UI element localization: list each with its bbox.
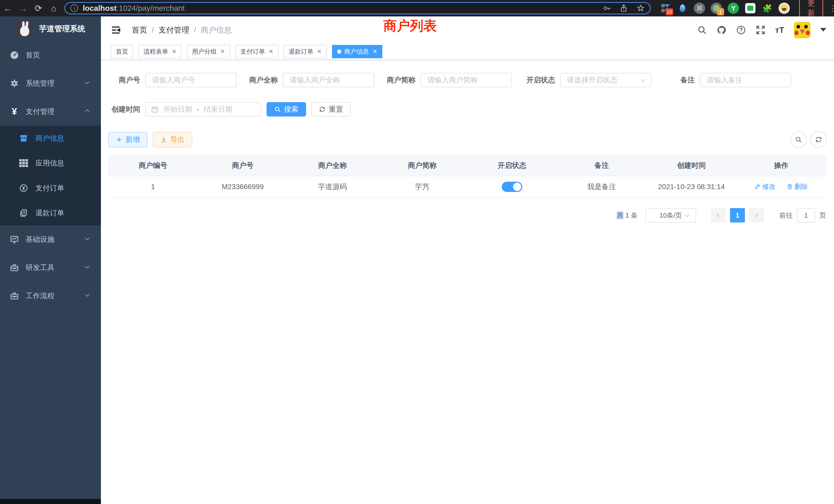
tab-home[interactable]: 首页 (111, 45, 133, 58)
prev-page-button[interactable] (711, 208, 726, 223)
browser-reload-icon[interactable]: ⟳ (31, 3, 46, 13)
bookmark-star-icon[interactable] (637, 4, 645, 12)
short-name-input[interactable] (421, 73, 512, 87)
page-size-select[interactable]: 10条/页 (645, 208, 696, 223)
font-size-icon[interactable]: ᴛT (775, 25, 784, 35)
export-button[interactable]: 导出 (153, 132, 192, 147)
sidebar-item-label: 工作流程 (26, 291, 54, 301)
column-header: 商户编号 (108, 155, 198, 176)
sidebar-item-pay-order[interactable]: 支付订单 (0, 176, 101, 201)
remark-input[interactable] (700, 73, 791, 87)
sidebar-item-home[interactable]: 首页 (0, 41, 101, 69)
app-logo[interactable]: 芋道管理系统 (0, 17, 101, 41)
refresh-table-button[interactable] (810, 131, 827, 148)
reset-button[interactable]: 重置 (311, 102, 351, 116)
help-icon[interactable] (736, 25, 746, 35)
payment-submenu: 商户信息 应用信息 支付订单 退款订单 (0, 126, 101, 225)
breadcrumb-payment[interactable]: 支付管理 (158, 25, 189, 36)
status-label: 开启状态 (526, 75, 555, 85)
breadcrumb-home[interactable]: 首页 (132, 25, 147, 36)
password-key-icon[interactable] (602, 4, 611, 12)
total-prefix: 共 (617, 211, 623, 219)
user-avatar[interactable] (794, 22, 810, 38)
merchant-no-input[interactable] (145, 73, 237, 87)
full-name-input[interactable] (283, 73, 374, 87)
total-count: 1 (625, 211, 629, 219)
tab-label: 首页 (116, 47, 128, 56)
full-name-label: 商户全称 (249, 75, 278, 85)
tab-refund-order[interactable]: 退款订单✕ (284, 45, 327, 58)
browser-forward-icon[interactable]: → (16, 3, 31, 13)
sidebar-item-refund-order[interactable]: 退款订单 (0, 201, 101, 225)
delete-link[interactable]: 删除 (787, 182, 808, 191)
share-icon[interactable] (620, 4, 628, 12)
date-start-placeholder[interactable]: 开始日期 (163, 105, 192, 114)
page-number-1[interactable]: 1 (730, 208, 745, 223)
browser-home-icon[interactable]: ⌂ (46, 3, 61, 13)
navbar-actions: ᴛT (697, 22, 826, 38)
table-toolbar: 新增 导出 (108, 131, 827, 148)
tab-pay-order[interactable]: 支付订单✕ (235, 45, 278, 58)
chevron-down-icon (84, 235, 91, 244)
browser-back-icon[interactable]: ← (0, 3, 16, 13)
sidebar-item-workflow[interactable]: 工作流程 (0, 282, 101, 310)
search-button[interactable]: 搜索 (266, 102, 306, 116)
date-separator: - (197, 105, 199, 113)
column-header: 商户简称 (377, 155, 467, 176)
cell-actions: 修改 删除 (737, 176, 826, 198)
sidebar-item-infra[interactable]: 基础设施 (0, 225, 101, 254)
extension-grid-icon[interactable]: 10 (660, 3, 671, 14)
next-page-button[interactable] (749, 208, 764, 223)
profile-emoji-icon[interactable] (778, 3, 790, 14)
close-icon[interactable]: ✕ (373, 48, 377, 55)
sidebar-item-merchant-info[interactable]: 商户信息 (0, 126, 101, 151)
sidebar-item-app-info[interactable]: 应用信息 (0, 151, 101, 176)
address-bar[interactable]: i localhost:1024/pay/merchant (64, 2, 651, 14)
avatar-caret-icon[interactable] (820, 28, 826, 35)
tab-user-group[interactable]: 用户分组✕ (187, 45, 230, 58)
show-search-toggle-button[interactable] (790, 131, 807, 148)
site-info-icon[interactable]: i (70, 4, 78, 12)
documents-icon (19, 209, 29, 217)
create-time-label: 创建时间 (108, 105, 140, 114)
github-icon[interactable] (717, 25, 726, 35)
tab-process-form[interactable]: 流程表单✕ (138, 45, 181, 58)
extension-dot-icon[interactable]: 1 (711, 3, 722, 14)
close-icon[interactable]: ✕ (317, 48, 322, 55)
fullscreen-icon[interactable] (756, 25, 765, 35)
sidebar-item-payment[interactable]: ¥ 支付管理 (0, 97, 101, 126)
status-select-input[interactable] (560, 73, 652, 87)
cell-full-name: 芋道源码 (288, 176, 377, 198)
close-icon[interactable]: ✕ (269, 48, 273, 55)
search-icon[interactable] (697, 25, 707, 35)
extensions-puzzle-icon[interactable]: 🧩 (762, 3, 773, 14)
extension-y-icon[interactable]: Y (728, 3, 739, 14)
sidebar-item-label: 系统管理 (26, 78, 54, 88)
add-button[interactable]: 新增 (108, 132, 148, 147)
extension-balloon-icon[interactable] (677, 3, 688, 14)
extension-chat-icon[interactable] (745, 3, 756, 14)
edit-link[interactable]: 修改 (754, 182, 775, 191)
url-text[interactable]: localhost:1024/pay/merchant (83, 4, 594, 13)
yen-circle-icon (19, 184, 29, 192)
close-icon[interactable]: ✕ (220, 48, 225, 55)
sidebar-footer-bar (0, 499, 101, 504)
extension-command-icon[interactable]: ⌘ (694, 3, 705, 14)
tags-view-bar: 首页 流程表单✕ 用户分组✕ 支付订单✕ 退款订单✕ 商户信息✕ (101, 44, 834, 60)
status-toggle[interactable] (502, 182, 522, 192)
column-header: 备注 (557, 155, 647, 176)
create-time-range-picker[interactable]: 开始日期 - 结束日期 (145, 102, 261, 116)
cell-short-name: 芋艿 (377, 176, 467, 198)
sidebar-item-system[interactable]: 系统管理 (0, 69, 101, 97)
collapse-sidebar-icon[interactable] (111, 25, 121, 35)
goto-page-input[interactable] (797, 208, 815, 223)
sidebar-item-dev-tools[interactable]: 研发工具 (0, 254, 101, 282)
status-select[interactable] (560, 73, 652, 87)
page-unit-label: 页 (819, 211, 826, 220)
export-button-label: 导出 (170, 135, 184, 144)
close-icon[interactable]: ✕ (172, 48, 176, 55)
date-end-placeholder[interactable]: 结束日期 (204, 105, 233, 114)
tab-merchant-info[interactable]: 商户信息✕ (332, 45, 382, 58)
total-count-text: 共 1 条 (617, 211, 638, 220)
browser-menu-icon[interactable]: ⋮ (829, 4, 834, 13)
